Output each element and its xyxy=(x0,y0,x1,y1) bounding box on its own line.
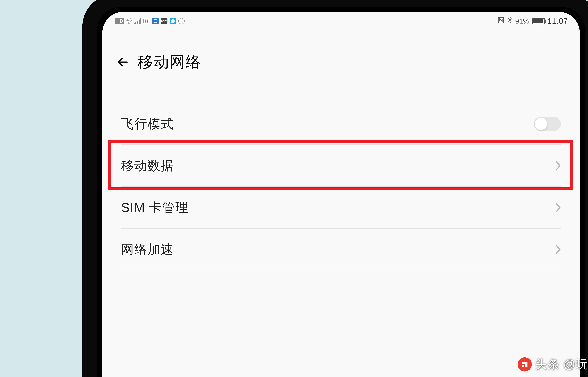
chevron-right-icon xyxy=(555,160,561,171)
watermark-logo-icon xyxy=(518,357,532,371)
back-button[interactable] xyxy=(116,56,129,69)
watermark: 头条 @玩手机的张先生 xyxy=(518,356,588,372)
row-airplane-mode[interactable]: 飞行模式 xyxy=(102,103,580,145)
nfc-icon xyxy=(497,17,505,25)
toggle-knob xyxy=(535,118,547,130)
settings-list: 飞行模式 移动数据 SIM 卡管理 xyxy=(102,82,580,270)
status-right: 91% 11:07 xyxy=(497,16,568,26)
row-mobile-data-label: 移动数据 xyxy=(121,157,174,174)
watermark-handle: @玩手机的张先生 xyxy=(563,356,588,372)
row-sim-management[interactable]: SIM 卡管理 xyxy=(102,187,580,229)
screen: HD 4G ↑↓ HUAWEI xyxy=(102,12,580,377)
status-left: HD 4G ↑↓ HUAWEI xyxy=(115,18,185,24)
app-notification-icon-1 xyxy=(144,18,150,24)
row-sim-label: SIM 卡管理 xyxy=(121,199,189,216)
hd-badge: HD xyxy=(115,18,124,24)
app-notification-icon-3: HUAWEI xyxy=(161,18,168,24)
row-airplane-label: 飞行模式 xyxy=(121,115,174,132)
battery-fill xyxy=(533,19,543,23)
chevron-right-icon xyxy=(555,244,561,255)
page-title: 移动网络 xyxy=(138,52,202,72)
row-mobile-data[interactable]: 移动数据 xyxy=(102,145,580,187)
back-arrow-icon xyxy=(116,56,129,69)
network-arrows-icon: ↑↓ xyxy=(128,22,130,24)
row-network-boost-label: 网络加速 xyxy=(121,241,174,258)
app-notification-icon-2 xyxy=(152,18,159,24)
watermark-prefix: 头条 xyxy=(535,356,560,372)
app-notification-icon-5 xyxy=(178,18,185,24)
airplane-toggle[interactable] xyxy=(534,117,561,131)
clock: 11:07 xyxy=(547,17,568,25)
battery-percent: 91% xyxy=(515,17,529,25)
app-notification-icon-4 xyxy=(169,18,176,24)
bluetooth-icon xyxy=(507,16,513,26)
signal-bars-icon xyxy=(134,18,141,24)
header: 移动网络 xyxy=(102,28,580,82)
phone-inner-bezel: HD 4G ↑↓ HUAWEI xyxy=(97,7,585,377)
battery-icon xyxy=(532,18,545,24)
phone-frame: HD 4G ↑↓ HUAWEI xyxy=(82,0,588,377)
row-network-boost[interactable]: 网络加速 xyxy=(102,229,580,270)
status-bar: HD 4G ↑↓ HUAWEI xyxy=(102,12,580,28)
network-4g-icon: 4G ↑↓ xyxy=(126,18,132,24)
chevron-right-icon xyxy=(555,202,561,213)
